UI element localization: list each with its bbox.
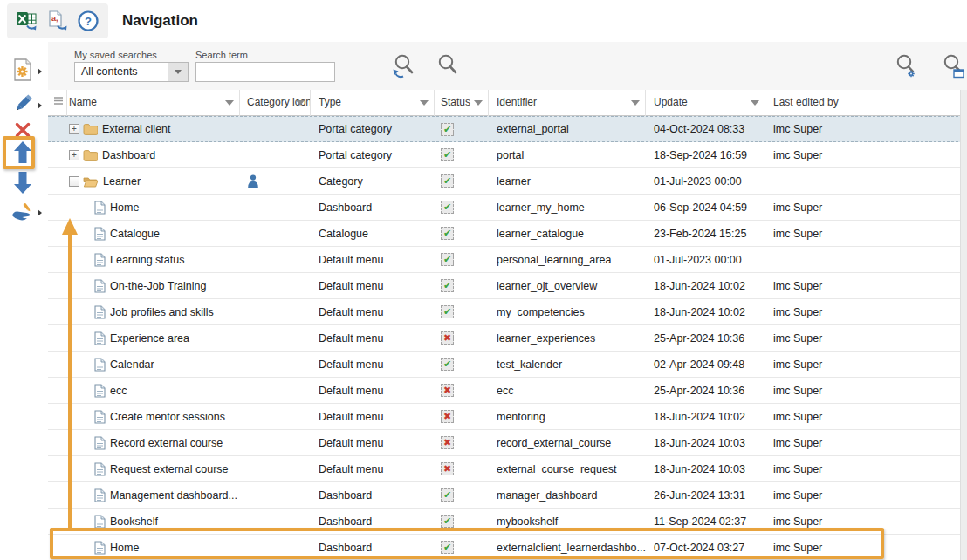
table-row[interactable]: HomeDashboard✔externalclient_learnerdash… xyxy=(48,535,967,560)
row-name-label: Calendar xyxy=(110,359,154,371)
page-icon xyxy=(94,436,106,450)
status-inactive-cross-icon: ✖ xyxy=(441,384,454,397)
last-edited-by-cell: imc Super xyxy=(765,325,967,351)
table-row[interactable]: CalendarDefault menu✔test_kalender02-Apr… xyxy=(48,352,967,378)
row-identifier-label: manager_dashboard xyxy=(497,489,597,502)
assign-button[interactable] xyxy=(10,201,36,228)
row-name-label: Catalogue xyxy=(110,228,160,240)
category-icon-cell xyxy=(240,247,311,272)
row-update-label: 18-Sep-2024 16:59 xyxy=(654,149,747,161)
table-row[interactable]: eccDefault menu✖ecc25-Apr-2024 10:36imc … xyxy=(48,378,967,404)
column-header-type[interactable]: Type xyxy=(311,90,435,116)
filter-dropdown-icon[interactable] xyxy=(631,100,640,106)
column-header-name[interactable]: Name xyxy=(67,90,240,116)
expand-plus-icon[interactable]: + xyxy=(69,150,79,160)
row-update-label: 11-Sep-2024 02:37 xyxy=(654,516,746,528)
table-row[interactable]: HomeDashboard✔learner_my_home06-Sep-2024… xyxy=(48,195,967,221)
row-name-label: External client xyxy=(102,123,171,135)
table-row[interactable]: CatalogueCatalogue✔learner_catalogue23-F… xyxy=(48,221,967,247)
search-button[interactable] xyxy=(434,54,460,82)
row-name-label: Learning status xyxy=(110,254,184,266)
status-cell: ✔ xyxy=(435,273,489,298)
row-update-label: 04-Oct-2024 08:33 xyxy=(654,123,744,135)
new-search-submenu-arrow[interactable] xyxy=(38,68,42,75)
status-cell: ✖ xyxy=(435,404,489,429)
search-settings-button[interactable] xyxy=(893,54,919,82)
table-row[interactable]: Job profiles and skillsDefault menu✔my_c… xyxy=(48,299,967,325)
row-handle-cell xyxy=(48,430,67,455)
filter-dropdown-icon[interactable] xyxy=(420,100,429,106)
last-edited-by-cell xyxy=(765,168,967,194)
name-cell: Record external course xyxy=(67,430,240,455)
filter-dropdown-icon[interactable] xyxy=(296,100,305,106)
row-type-label: Dashboard xyxy=(319,542,372,554)
saved-searches-dropdown[interactable]: All contents xyxy=(74,62,189,82)
row-update-label: 06-Sep-2024 04:59 xyxy=(654,201,747,214)
column-header-last-edited-by[interactable]: Last edited by xyxy=(765,90,967,116)
search-term-input[interactable] xyxy=(195,62,335,82)
status-active-check-icon: ✔ xyxy=(441,488,454,502)
reset-search-button[interactable] xyxy=(390,54,416,82)
row-type-label: Default menu xyxy=(319,437,383,449)
column-header-update[interactable]: Update xyxy=(646,90,765,116)
row-last-edited-by-label: imc Super xyxy=(773,516,822,528)
row-name-label: Record external course xyxy=(110,437,223,449)
export-document-icon[interactable]: a, xyxy=(45,8,71,34)
column-header-identifier[interactable]: Identifier xyxy=(489,90,646,116)
help-icon[interactable]: ? xyxy=(75,8,101,34)
row-update-label: 18-Jun-2024 10:02 xyxy=(654,306,745,318)
expand-plus-icon[interactable]: + xyxy=(69,124,79,134)
column-label: Update xyxy=(654,96,688,108)
table-row[interactable]: BookshelfDashboard✔mybookshelf11-Sep-202… xyxy=(48,509,967,535)
column-label: Last edited by xyxy=(773,96,839,108)
row-handle-cell xyxy=(48,168,67,194)
row-update-label: 18-Jun-2024 10:03 xyxy=(654,463,745,475)
edit-button[interactable] xyxy=(10,92,36,119)
collapse-minus-icon[interactable]: − xyxy=(69,176,79,187)
column-header-handle[interactable] xyxy=(48,90,67,116)
filter-dropdown-icon[interactable] xyxy=(474,100,483,106)
table-row[interactable]: Record external courseDefault menu✖recor… xyxy=(48,430,967,456)
filter-dropdown-icon[interactable] xyxy=(751,100,759,106)
edit-submenu-arrow[interactable] xyxy=(38,102,42,109)
row-identifier-label: my_competencies xyxy=(497,306,585,318)
row-type-label: Default menu xyxy=(319,411,383,423)
last-edited-by-cell: imc Super xyxy=(765,430,967,455)
row-identifier-label: test_kalender xyxy=(497,359,562,371)
table-row[interactable]: +DashboardPortal category✔portal18-Sep-2… xyxy=(48,142,967,168)
status-active-check-icon: ✔ xyxy=(441,305,454,318)
last-edited-by-cell: imc Super xyxy=(765,378,967,403)
category-icon-cell xyxy=(240,404,311,429)
table-row[interactable]: Experience areaDefault menu✖learner_expe… xyxy=(48,325,967,352)
table-row[interactable]: −LearnerCategory✔learner01-Jul-2023 00:0… xyxy=(48,168,967,195)
last-edited-by-cell: imc Super xyxy=(765,273,967,298)
move-up-button[interactable] xyxy=(10,140,36,167)
table-row[interactable]: Management dashboard...Dashboard✔manager… xyxy=(48,482,967,509)
filter-dropdown-icon[interactable] xyxy=(225,100,234,106)
column-header-status[interactable]: Status xyxy=(435,90,489,116)
search-new-window-button[interactable] xyxy=(940,54,966,82)
status-active-check-icon: ✔ xyxy=(441,253,454,266)
category-icon-cell xyxy=(240,168,311,194)
table-row[interactable]: +External clientPortal category✔external… xyxy=(48,116,967,142)
category-icon-cell xyxy=(240,509,311,534)
move-down-button[interactable] xyxy=(10,171,36,197)
row-handle-cell xyxy=(48,352,67,377)
dropdown-arrow-button[interactable] xyxy=(168,63,188,81)
new-search-button[interactable] xyxy=(10,58,36,85)
column-header-category-icon[interactable]: Category icon xyxy=(240,90,311,116)
table-row[interactable]: Request external courseDefault menu✖exte… xyxy=(48,456,967,482)
type-cell: Default menu xyxy=(311,430,435,455)
last-edited-by-cell xyxy=(765,247,967,272)
table-row[interactable]: Learning statusDefault menu✔personal_lea… xyxy=(48,247,967,273)
category-icon-cell xyxy=(240,456,311,481)
export-excel-icon[interactable] xyxy=(14,8,40,34)
last-edited-by-cell: imc Super xyxy=(765,221,967,246)
table-row[interactable]: Create mentor sessionsDefault menu✖mento… xyxy=(48,404,967,430)
category-icon-cell xyxy=(240,325,311,351)
identifier-cell: test_kalender xyxy=(489,352,646,377)
table-row[interactable]: On-the-Job TrainingDefault menu✔learner_… xyxy=(48,273,967,299)
status-active-check-icon: ✔ xyxy=(441,201,454,214)
vertical-scrollbar-track[interactable] xyxy=(960,90,967,560)
assign-submenu-arrow[interactable] xyxy=(38,209,42,216)
